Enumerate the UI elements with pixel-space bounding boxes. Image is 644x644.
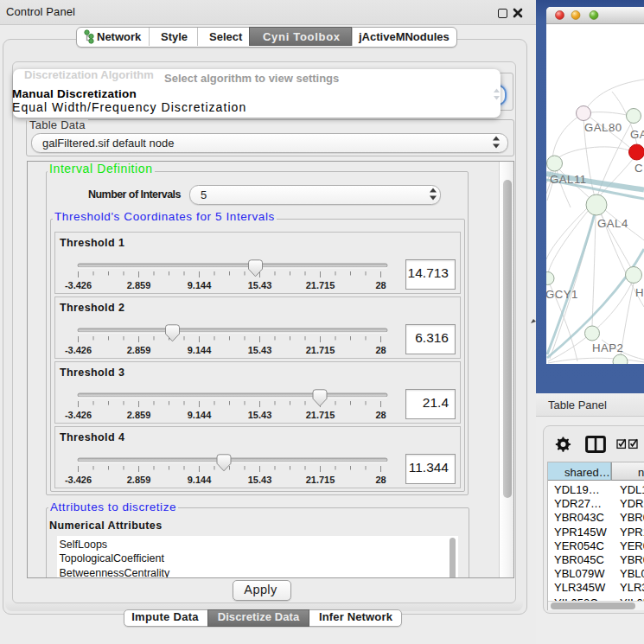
svg-text:GAL11: GAL11 [550, 173, 587, 186]
svg-text:GAL4: GAL4 [597, 217, 628, 230]
svg-text:HAP2: HAP2 [592, 341, 623, 354]
svg-text:H: H [635, 286, 644, 299]
svg-text:GA: GA [630, 128, 644, 141]
svg-text:GCY1: GCY1 [546, 288, 578, 301]
svg-text:GAL80: GAL80 [584, 121, 622, 134]
svg-text:C: C [634, 162, 643, 175]
